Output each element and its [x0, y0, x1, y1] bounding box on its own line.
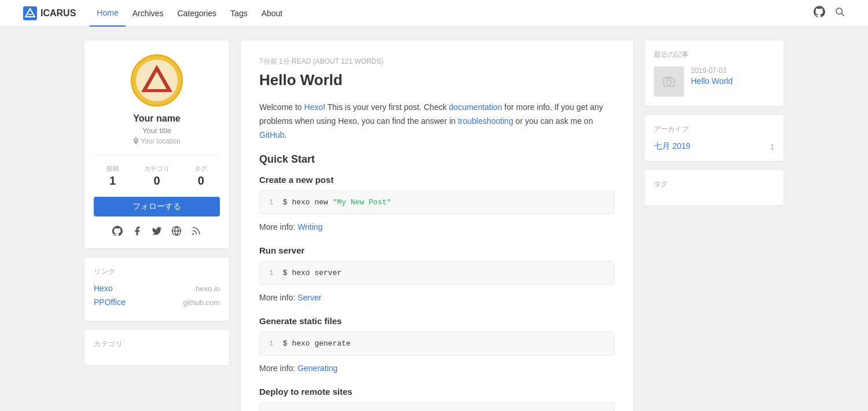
main-content: 7分前 1分 READ (ABOUT 121 WORDS) Hello Worl…	[241, 41, 633, 411]
code-block-server: 1 $ hexo server	[259, 261, 615, 285]
brand-logo[interactable]: ICARUS	[23, 6, 76, 20]
categories-section-title: カテゴリ	[94, 339, 220, 349]
post-info: 2019-07-03 Hello World	[691, 67, 733, 86]
page-container: Your name Your title Your location 投稿 1 …	[75, 27, 793, 411]
link-hexo-text[interactable]: Hexo	[304, 102, 323, 112]
subsection-create-post: Create a new post	[259, 175, 615, 185]
code-block-new: 1 $ hexo new "My New Post"	[259, 190, 615, 214]
nav-links: Home Archives Categories Tags About	[90, 0, 814, 27]
tags-widget: タグ	[645, 170, 784, 206]
nav-tags[interactable]: Tags	[223, 0, 255, 27]
logo-icon	[23, 6, 37, 20]
recent-post-item: 2019-07-03 Hello World	[654, 67, 774, 97]
archive-row: 七月 2019 1	[654, 141, 774, 152]
svg-rect-12	[664, 78, 674, 86]
tags-title: タグ	[654, 179, 774, 189]
categories-card: カテゴリ	[84, 330, 229, 365]
svg-line-4	[841, 13, 844, 16]
stat-posts: 投稿 1	[106, 164, 119, 188]
stats-row: 投稿 1 カテゴリ 0 タグ 0	[94, 155, 220, 188]
right-sidebar: 最近の記事 2019-07-03 Hello World アーカイブ 七月 20…	[645, 41, 784, 206]
subsection-generate: Generate static files	[259, 316, 615, 326]
article-title: Hello World	[259, 71, 615, 89]
left-sidebar: Your name Your title Your location 投稿 1 …	[84, 41, 229, 365]
recent-posts-title: 最近の記事	[654, 50, 774, 60]
avatar-container	[131, 54, 183, 107]
svg-point-13	[667, 80, 671, 85]
code-content-server: $ hexo server	[283, 269, 341, 277]
rss-social-icon[interactable]	[191, 226, 201, 239]
github-social-icon[interactable]	[112, 226, 123, 239]
github-icon[interactable]	[814, 6, 825, 20]
code-content-new: $ hexo new "My New Post"	[283, 198, 391, 207]
stat-categories: カテゴリ 0	[144, 164, 170, 188]
nav-archives[interactable]: Archives	[126, 0, 171, 27]
archive-link[interactable]: 七月 2019	[654, 141, 690, 152]
recent-posts-widget: 最近の記事 2019-07-03 Hello World	[645, 41, 784, 106]
social-icons	[112, 226, 201, 239]
more-info-writing: More info: Writing	[259, 222, 615, 232]
search-icon[interactable]	[834, 6, 845, 20]
code-content-generate: $ hexo generate	[283, 339, 351, 348]
code-line-1: 1	[269, 198, 274, 207]
link-writing[interactable]: Writing	[297, 222, 322, 232]
link-hexo-url: hexo.io	[196, 284, 220, 293]
link-generating[interactable]: Generating	[297, 364, 337, 373]
svg-point-3	[836, 8, 843, 14]
link-hexo: Hexo hexo.io	[94, 284, 220, 293]
follow-button[interactable]: フォローする	[94, 197, 220, 216]
svg-point-11	[193, 234, 194, 235]
code-block-deploy: 1 $ hexo deploy	[259, 402, 615, 411]
link-github-text[interactable]: GitHub	[259, 130, 285, 140]
profile-location: Your location	[133, 137, 181, 145]
section-quick-start: Quick Start	[259, 153, 615, 166]
link-ppoffice: PPOffice github.com	[94, 298, 220, 307]
article-card: 7分前 1分 READ (ABOUT 121 WORDS) Hello Worl…	[241, 41, 633, 411]
brand-name: ICARUS	[41, 8, 76, 19]
post-thumbnail	[654, 67, 684, 97]
archive-count: 1	[770, 142, 774, 151]
subsection-run-server: Run server	[259, 245, 615, 255]
globe-social-icon[interactable]	[171, 226, 182, 239]
profile-card: Your name Your title Your location 投稿 1 …	[84, 41, 229, 248]
facebook-social-icon[interactable]	[132, 226, 142, 239]
link-ppoffice-url: github.com	[183, 298, 220, 307]
camera-icon	[662, 75, 676, 89]
link-documentation[interactable]: documentation	[449, 102, 502, 112]
more-info-server: More info: Server	[259, 293, 615, 302]
nav-categories[interactable]: Categories	[170, 0, 223, 27]
code-block-generate: 1 $ hexo generate	[259, 332, 615, 355]
article-intro: Welcome to Hexo! This is your very first…	[259, 101, 615, 142]
article-meta: 7分前 1分 READ (ABOUT 121 WORDS)	[259, 57, 615, 67]
post-date: 2019-07-03	[691, 67, 733, 75]
archives-widget: アーカイブ 七月 2019 1	[645, 115, 784, 161]
profile-name: Your name	[133, 113, 181, 124]
location-icon	[133, 138, 139, 145]
stat-tags: タグ 0	[194, 164, 207, 188]
nav-home[interactable]: Home	[90, 0, 125, 27]
link-server[interactable]: Server	[297, 293, 321, 302]
code-line-2: 1	[269, 269, 274, 277]
link-hexo-name[interactable]: Hexo	[94, 284, 113, 293]
archives-title: アーカイブ	[654, 124, 774, 134]
navbar: ICARUS Home Archives Categories Tags Abo…	[0, 0, 868, 27]
avatar	[131, 54, 183, 107]
link-troubleshooting[interactable]: troubleshooting	[458, 116, 513, 126]
more-info-generating: More info: Generating	[259, 364, 615, 373]
post-title[interactable]: Hello World	[691, 76, 733, 86]
nav-about[interactable]: About	[255, 0, 290, 27]
links-card: リンク Hexo hexo.io PPOffice github.com	[84, 258, 229, 321]
link-ppoffice-name[interactable]: PPOffice	[94, 298, 126, 307]
navbar-icons	[814, 6, 845, 20]
profile-title: Your title	[142, 126, 171, 135]
links-section-title: リンク	[94, 267, 220, 277]
twitter-social-icon[interactable]	[152, 226, 162, 239]
code-line-3: 1	[269, 339, 274, 348]
subsection-deploy: Deploy to remote sites	[259, 387, 615, 397]
